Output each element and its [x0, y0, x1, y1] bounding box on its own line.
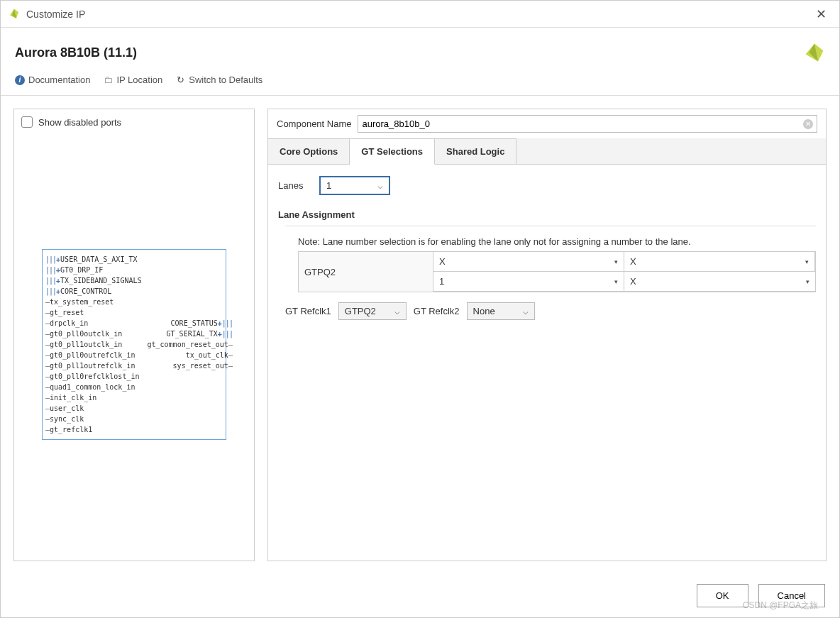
header: Aurora 8B10B (11.1) — [1, 28, 839, 70]
port-TX_SIDEBAND_SIGNALS: ||| + TX_SIDEBAND_SIGNALS — [43, 275, 144, 286]
ports-right: CORE_STATUS + |||GT_SERIAL_TX + |||gt_co… — [144, 254, 235, 435]
port-user_clk: — user_clk — [43, 403, 144, 414]
ip-block: ||| + USER_DATA_S_AXI_TX||| + GT0_DRP_IF… — [42, 249, 226, 440]
dropdown-icon: ▾ — [806, 278, 809, 285]
switch-defaults-link[interactable]: ↻ Switch to Defaults — [175, 75, 262, 85]
ip-diagram: ||| + USER_DATA_S_AXI_TX||| + GT0_DRP_IF… — [21, 135, 247, 553]
port-tx_out_clk: tx_out_clk — — [144, 350, 235, 360]
window-title: Customize IP — [26, 9, 85, 20]
dropdown-icon: ▾ — [805, 258, 809, 265]
lane-assignment-title: Lane Assignment — [278, 209, 816, 220]
app-logo-icon — [8, 8, 21, 21]
component-name-input[interactable] — [358, 115, 818, 133]
documentation-link[interactable]: i Documentation — [15, 75, 90, 85]
tab-shared-logic[interactable]: Shared Logic — [435, 138, 516, 164]
table-rowhead: GTPQ2 — [299, 252, 433, 292]
port-gt_refclk1: — gt_refclk1 — [43, 424, 144, 435]
port-gt0_pll0refclklost_in: — gt0_pll0refclklost_in — [43, 371, 144, 382]
chevron-down-icon: ⌵ — [523, 306, 529, 316]
show-disabled-label: Show disabled ports — [38, 117, 121, 128]
port-gt0_pll0outclk_in: — gt0_pll0outclk_in — [43, 329, 144, 339]
ip-title: Aurora 8B10B (11.1) — [15, 45, 137, 60]
vendor-logo-icon — [804, 42, 825, 63]
port-quad1_common_lock_in: — quad1_common_lock_in — [43, 382, 144, 392]
config-panel: Component Name ✕ Core Options GT Selecti… — [267, 109, 827, 561]
lane-cell[interactable]: X▾ — [624, 252, 815, 272]
port-gt_reset: — gt_reset — [43, 307, 144, 318]
port-tx_system_reset: — tx_system_reset — [43, 297, 144, 307]
toolbar: i Documentation 🗀 IP Location ↻ Switch t… — [1, 70, 839, 96]
port-drpclk_in: — drpclk_in — [43, 318, 144, 329]
preview-panel: Show disabled ports ||| + USER_DATA_S_AX… — [13, 109, 255, 561]
lane-cell[interactable]: X▾ — [433, 252, 624, 272]
tab-core-options[interactable]: Core Options — [268, 138, 350, 164]
port-gt0_pll0outrefclk_in: — gt0_pll0outrefclk_in — [43, 350, 144, 360]
component-name-row: Component Name ✕ — [268, 109, 826, 138]
folder-icon: 🗀 — [103, 75, 113, 85]
watermark: CSDN @FPGA之旅 — [743, 600, 818, 612]
refclk2-label: GT Refclk2 — [414, 306, 460, 316]
show-disabled-row: Show disabled ports — [21, 116, 247, 128]
footer: OK Cancel — [1, 574, 839, 617]
port-init_clk_in: — init_clk_in — [43, 392, 144, 403]
dropdown-icon: ▾ — [614, 258, 618, 265]
lanes-row: Lanes 1 ⌵ — [278, 176, 816, 195]
tab-content: Lanes 1 ⌵ Lane Assignment Note: Lane num… — [268, 165, 826, 561]
dialog-window: Customize IP ✕ Aurora 8B10B (11.1) i Doc… — [0, 0, 840, 618]
show-disabled-checkbox[interactable] — [21, 116, 33, 128]
port-USER_DATA_S_AXI_TX: ||| + USER_DATA_S_AXI_TX — [43, 254, 144, 265]
tab-gt-selections[interactable]: GT Selections — [350, 138, 435, 165]
refclk-row: GT Refclk1 GTPQ2 ⌵ GT Refclk2 None ⌵ — [285, 302, 816, 320]
info-icon: i — [15, 75, 25, 85]
lane-cell[interactable]: X▾ — [624, 272, 815, 292]
body: Show disabled ports ||| + USER_DATA_S_AX… — [1, 96, 839, 574]
ports-left: ||| + USER_DATA_S_AXI_TX||| + GT0_DRP_IF… — [43, 254, 144, 435]
port-sync_clk: — sync_clk — [43, 414, 144, 424]
port-sys_reset_out: sys_reset_out — — [144, 360, 235, 371]
ip-location-label: IP Location — [116, 75, 162, 85]
chevron-down-icon: ⌵ — [394, 306, 400, 316]
port-GT0_DRP_IF: ||| + GT0_DRP_IF — [43, 265, 144, 275]
dropdown-icon: ▾ — [614, 278, 618, 285]
lane-assignment-table: GTPQ2 X▾ X▾ 1▾ X▾ — [298, 251, 816, 292]
documentation-label: Documentation — [28, 75, 90, 85]
lanes-select[interactable]: 1 ⌵ — [319, 176, 390, 195]
close-icon[interactable]: ✕ — [810, 4, 832, 25]
port-gt_common_reset_out: gt_common_reset_out — — [144, 339, 235, 350]
chevron-down-icon: ⌵ — [377, 180, 383, 191]
port-CORE_CONTROL: ||| + CORE_CONTROL — [43, 286, 144, 297]
lanes-label: Lanes — [278, 180, 308, 191]
refresh-icon: ↻ — [175, 75, 185, 85]
refclk1-select[interactable]: GTPQ2 ⌵ — [338, 302, 407, 320]
lane-assignment-note: Note: Lane number selection is for enabl… — [298, 236, 816, 247]
refclk1-label: GT Refclk1 — [285, 306, 331, 316]
port-GT_SERIAL_TX: GT_SERIAL_TX + ||| — [144, 329, 235, 339]
component-name-label: Component Name — [277, 118, 352, 129]
ip-location-link[interactable]: 🗀 IP Location — [103, 75, 162, 85]
ok-button[interactable]: OK — [697, 584, 748, 607]
refclk2-select[interactable]: None ⌵ — [467, 302, 535, 320]
clear-input-icon[interactable]: ✕ — [803, 119, 813, 129]
titlebar: Customize IP ✕ — [1, 1, 839, 28]
port-gt0_pll1outclk_in: — gt0_pll1outclk_in — [43, 339, 144, 350]
lane-cell[interactable]: 1▾ — [433, 272, 624, 292]
tab-bar: Core Options GT Selections Shared Logic — [268, 138, 826, 165]
switch-defaults-label: Switch to Defaults — [189, 75, 262, 85]
port-gt0_pll1outrefclk_in: — gt0_pll1outrefclk_in — [43, 360, 144, 371]
lanes-value: 1 — [326, 180, 331, 191]
port-CORE_STATUS: CORE_STATUS + ||| — [144, 318, 235, 329]
